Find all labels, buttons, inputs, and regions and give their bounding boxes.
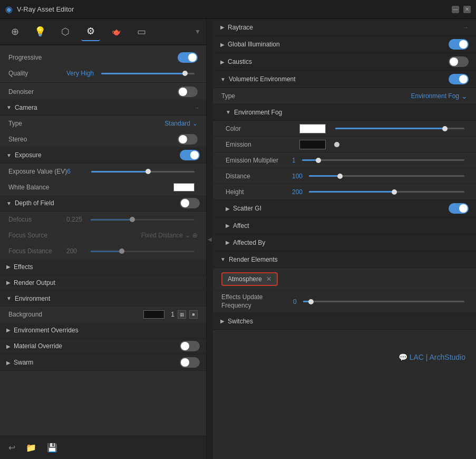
render-output-section-header[interactable]: ▶ Render Output bbox=[0, 275, 206, 291]
camera-right: → bbox=[194, 104, 200, 111]
vol-env-toggle[interactable] bbox=[449, 74, 469, 84]
global-illum-arrow-icon: ▶ bbox=[220, 42, 225, 47]
focus-distance-label: Focus Distance bbox=[8, 247, 66, 255]
save-button[interactable]: 💾 bbox=[47, 443, 57, 453]
effects-label: Effects bbox=[14, 263, 33, 271]
toolbar-btn-target[interactable]: ⊕ bbox=[5, 22, 24, 41]
toolbar-btn-object[interactable]: ⬡ bbox=[56, 22, 75, 41]
progressive-toggle[interactable] bbox=[178, 52, 198, 63]
caustics-toggle[interactable] bbox=[449, 56, 469, 67]
material-override-section-header[interactable]: ▶ Material Override bbox=[0, 338, 206, 355]
global-illum-section-header[interactable]: ▶ Global Illumination bbox=[213, 36, 476, 53]
affected-by-section-header[interactable]: ▶ Affected By bbox=[213, 234, 476, 251]
atmosphere-tag[interactable]: Atmosphere ✕ bbox=[221, 272, 278, 286]
color-swatch[interactable] bbox=[299, 124, 326, 133]
swarm-toggle-knob bbox=[181, 358, 189, 367]
distance-slider[interactable] bbox=[309, 175, 464, 177]
swarm-section-header[interactable]: ▶ Swarm bbox=[0, 355, 206, 371]
swarm-arrow-icon: ▶ bbox=[6, 360, 11, 366]
height-slider[interactable] bbox=[309, 191, 464, 193]
exposure-toggle[interactable] bbox=[180, 150, 200, 160]
render-output-arrow-icon: ▶ bbox=[6, 280, 11, 285]
effects-section-header[interactable]: ▶ Effects bbox=[0, 259, 206, 275]
env-overrides-arrow-icon: ▶ bbox=[6, 327, 11, 333]
app-icon: ◉ bbox=[5, 4, 13, 14]
env-fog-section-header[interactable]: ▼ Environment Fog bbox=[213, 104, 476, 121]
distance-row: Distance 100 bbox=[213, 168, 476, 184]
dof-toggle[interactable] bbox=[180, 198, 200, 208]
quality-label: Quality bbox=[8, 70, 66, 77]
window-controls: — ✕ bbox=[452, 6, 471, 13]
switches-section-header[interactable]: ▶ Switches bbox=[213, 313, 476, 330]
environment-section-header[interactable]: ▼ Environment bbox=[0, 291, 206, 307]
focus-distance-slider[interactable] bbox=[91, 251, 195, 252]
render-elements-section-header[interactable]: ▼ Render Elements bbox=[213, 251, 476, 268]
global-illum-toggle[interactable] bbox=[449, 39, 469, 50]
background-checker-icon[interactable]: ▦ bbox=[178, 310, 186, 319]
focus-source-dropdown[interactable]: Fixed Distance ⌄ ⊕ bbox=[141, 232, 198, 239]
white-balance-swatch[interactable] bbox=[173, 183, 195, 192]
render-elements-arrow-icon: ▼ bbox=[220, 256, 226, 262]
emission-mult-slider[interactable] bbox=[302, 159, 464, 161]
denoiser-toggle[interactable] bbox=[178, 87, 198, 97]
caustics-section-header[interactable]: ▶ Caustics bbox=[213, 53, 476, 71]
toolbar-expand-arrow[interactable]: ▼ bbox=[195, 28, 201, 35]
panel-splitter[interactable]: ◀ bbox=[207, 19, 213, 459]
toolbar-btn-settings[interactable]: ⚙ bbox=[81, 22, 100, 41]
scatter-gi-toggle[interactable] bbox=[449, 203, 469, 214]
toolbar-btn-light[interactable]: 💡 bbox=[31, 22, 50, 41]
quality-slider[interactable] bbox=[101, 73, 195, 74]
exposure-ev-slider[interactable] bbox=[91, 171, 195, 173]
env-overrides-section-header[interactable]: ▶ Environment Overrides bbox=[0, 322, 206, 338]
type-label-right: Type bbox=[221, 92, 285, 100]
affect-section-header[interactable]: ▶ Affect bbox=[213, 217, 476, 234]
exposure-section-header[interactable]: ▼ Exposure bbox=[0, 147, 206, 164]
defocus-slider[interactable] bbox=[91, 219, 195, 221]
background-controls: 1 ▦ ■ bbox=[143, 310, 198, 319]
vol-env-label: Volumetric Environment bbox=[229, 75, 296, 83]
affect-arrow-icon: ▶ bbox=[226, 223, 230, 228]
toolbar-btn-render[interactable]: ▭ bbox=[132, 22, 151, 41]
material-override-arrow-icon: ▶ bbox=[6, 343, 11, 349]
scatter-gi-section-header[interactable]: ▶ Scatter GI bbox=[213, 200, 476, 217]
swarm-toggle[interactable] bbox=[180, 357, 200, 368]
type-dropdown[interactable]: Standard ⌄ bbox=[164, 120, 198, 127]
left-footer: ↩ 📁 💾 bbox=[0, 436, 206, 459]
emission-swatch[interactable] bbox=[299, 140, 326, 149]
denoiser-label: Denoiser bbox=[8, 88, 66, 95]
global-illum-toggle-knob bbox=[459, 40, 468, 49]
close-button[interactable]: ✕ bbox=[463, 6, 471, 13]
background-flat-icon[interactable]: ■ bbox=[189, 310, 198, 319]
atmosphere-tag-remove-button[interactable]: ✕ bbox=[266, 275, 271, 283]
material-override-label: Material Override bbox=[14, 342, 62, 350]
render-elements-label: Render Elements bbox=[229, 256, 278, 263]
left-scroll-area: Progressive Quality Very High Denoiser bbox=[0, 45, 206, 436]
toolbar-btn-teapot[interactable]: 🫖 bbox=[106, 22, 125, 41]
type-dropdown[interactable]: Environment Fog ⌄ bbox=[411, 92, 468, 100]
height-row: Height 200 bbox=[213, 184, 476, 200]
undo-button[interactable]: ↩ bbox=[8, 443, 15, 453]
color-slider[interactable] bbox=[335, 128, 464, 129]
env-fog-arrow-icon: ▼ bbox=[226, 109, 231, 115]
folder-button[interactable]: 📁 bbox=[26, 443, 36, 453]
scatter-gi-label: Scatter GI bbox=[233, 205, 261, 212]
vol-env-section-header[interactable]: ▼ Volumetric Environment bbox=[213, 71, 476, 88]
swarm-label: Swarm bbox=[14, 359, 33, 366]
dof-toggle-knob bbox=[181, 199, 189, 207]
minimize-button[interactable]: — bbox=[452, 6, 459, 13]
camera-section-header[interactable]: ▼ Camera → bbox=[0, 100, 206, 116]
focus-source-value: Fixed Distance bbox=[141, 232, 183, 239]
material-override-toggle[interactable] bbox=[180, 341, 200, 351]
background-color-swatch[interactable] bbox=[143, 310, 164, 319]
effects-update-slider[interactable] bbox=[303, 301, 464, 302]
focus-distance-value: 200 bbox=[66, 247, 83, 255]
raytrace-section-header[interactable]: ▶ Raytrace → bbox=[213, 19, 476, 36]
stereo-toggle[interactable] bbox=[178, 134, 198, 145]
exposure-toggle-knob bbox=[190, 151, 199, 159]
material-override-toggle-knob bbox=[181, 342, 189, 350]
progressive-label: Progressive bbox=[8, 54, 66, 61]
type-dropdown-value: Standard bbox=[164, 120, 190, 127]
emission-dot bbox=[334, 142, 339, 147]
dof-section-header[interactable]: ▼ Depth of Field bbox=[0, 195, 206, 212]
height-label: Height bbox=[226, 188, 289, 196]
